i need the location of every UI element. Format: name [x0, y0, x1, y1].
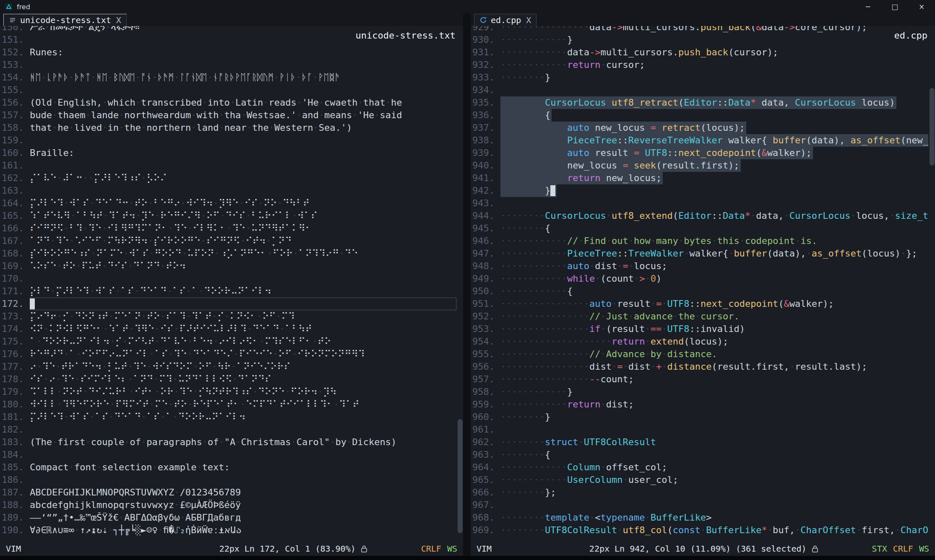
editor-line[interactable]: 942.········} — [471, 184, 935, 197]
editor-line[interactable]: 965.············UserColumn·user_col; — [471, 474, 935, 486]
editor-line[interactable]: 930.············} — [471, 34, 935, 46]
whitespace-dot: · — [556, 248, 561, 259]
editor-line[interactable]: 956.················dist·=·dist·+·distan… — [471, 360, 935, 373]
scrollbar-thumb[interactable] — [930, 88, 935, 166]
editor-line[interactable]: 164.⡍⠜⠇⠑⠹·⠺⠁⠎·⠙⠑⠁⠙⠒·⠞⠕·⠃⠑⠛⠔·⠺⠊⠹⠲·⡹⠻⠑·⠊⠎·… — [0, 197, 463, 210]
editor-line[interactable]: 957.················--count; — [471, 373, 935, 386]
editor-line[interactable]: 950.············{ — [471, 285, 935, 298]
editor-line[interactable]: 171.⡕⠇⠙·⡍⠜⠇⠑⠹·⠺⠁⠎·⠁⠎·⠙⠑⠁⠙·⠁⠎·⠁·⠙⠕⠕⠗⠤⠝⠁⠊⠇… — [0, 285, 463, 298]
editor-line[interactable]: 958.············} — [471, 386, 935, 398]
editor-line[interactable]: 955.················//·Advance·by·distan… — [471, 348, 935, 360]
editor-line[interactable]: 184. — [0, 449, 463, 461]
editor-line[interactable]: 153. — [0, 59, 463, 71]
editor-line[interactable]: 186. — [0, 474, 463, 486]
editor-line[interactable]: 969.········UTF8ColResult·utf8_col(const… — [471, 524, 935, 537]
tab-close-icon[interactable]: X — [116, 15, 121, 25]
editor-line[interactable]: 935.········CursorLocus·utf8_retract(Edi… — [471, 96, 935, 109]
editor-line[interactable]: 185.Compact·font·selection·example·text: — [0, 461, 463, 474]
editor-line[interactable]: 163. — [0, 184, 463, 197]
editor-line[interactable]: 967. — [471, 499, 935, 511]
editor-line[interactable]: 179.⠩⠁⠇⠇·⠝⠕⠞·⠙⠊⠌⠥⠗⠃·⠊⠞⠂·⠕⠗·⠹⠑·⡊⠳⠝⠞⠗⠹⠰⠎·⠙… — [0, 386, 463, 398]
editor-line[interactable]: 190.∀∂∈ℝ∧∪≡∞·↑↗↨↻⇣·┐┼╔╘░►☺♀·ﬁ�⑀₂ἠḂӥẄɐː⍎א… — [0, 524, 463, 537]
editor-line[interactable]: 962.········struct·UTF8ColResult — [471, 436, 935, 449]
editor-line[interactable]: 175.⠁·⠙⠕⠕⠗⠤⠝⠁⠊⠇⠲·⡊·⠍⠊⠣⠞·⠙⠁⠧⠑·⠃⠑⠲·⠔⠊⠇⠔⠫⠂·… — [0, 335, 463, 348]
editor-line[interactable]: 166.⠎⠊⠛⠝⠫·⠃⠹·⠹⠑·⠊⠇⠻⠛⠹⠍⠁⠝⠂·⠹⠑·⠊⠇⠻⠅⠂·⠹⠑·⠥⠝… — [0, 222, 463, 235]
editor-line[interactable]: 952.················//·Just·advance·the·… — [471, 310, 935, 323]
editor-line[interactable]: 180.⠺⠊⠇⠇·⠹⠻⠑⠋⠕⠗⠑·⠏⠻⠍⠊⠞·⠍⠑·⠞⠕·⠗⠑⠏⠑⠁⠞⠂·⠑⠍⠏… — [0, 398, 463, 411]
editor-line[interactable]: 188.abcdefghijklmnopqrstuvwxyz·£©µÀÆÖÞßé… — [0, 499, 463, 511]
editor-line[interactable]: 948.············auto·dist·=·locus; — [471, 260, 935, 272]
editor-line[interactable]: 168.⡎⠊⠗⠕⠕⠛⠑⠰⠎·⠝⠁⠍⠑·⠺⠁⠎·⠛⠕⠕⠙·⠥⠏⠕⠝·⠰⡡⠁⠝⠛⠑⠂… — [0, 247, 463, 260]
editor-line[interactable]: 960.········} — [471, 411, 935, 423]
line-content: ············auto·result·=·UTF8::next_cod… — [500, 147, 928, 159]
editor-line[interactable]: 152.Runes: — [0, 46, 463, 59]
editor-line[interactable]: 963.········{ — [471, 449, 935, 461]
editor-line[interactable]: 177.⠔·⠹⠑·⠞⠗⠁⠙⠑⠲·⡃⠥⠞·⠹⠑·⠺⠊⠎⠙⠕⠍·⠕⠋·⠳⠗·⠁⠝⠊⠑… — [0, 360, 463, 373]
line-number: 939. — [472, 147, 495, 159]
editor-line[interactable]: 929.················data->multi_cursors.… — [471, 26, 935, 34]
minimize-button[interactable]: ─ — [854, 0, 881, 13]
editor-line[interactable]: 944.········CursorLocus·utf8_extend(Edit… — [471, 210, 935, 222]
editor-line[interactable]: 181.⡍⠜⠇⠑⠹·⠺⠁⠎·⠁⠎·⠙⠑⠁⠙·⠁⠎·⠁·⠙⠕⠕⠗⠤⠝⠁⠊⠇⠲ — [0, 411, 463, 423]
editor-line[interactable]: 183.(The·first·couple·of·paragraphs·of·"… — [0, 436, 463, 449]
whitespace-dot: · — [259, 336, 265, 347]
editor-line[interactable]: 933.········} — [471, 71, 935, 84]
editor-line[interactable]: 954.····················return·extend(lo… — [471, 335, 935, 348]
editor-line[interactable]: 947.············PieceTree::TreeWalker·wa… — [471, 247, 935, 260]
editor-line[interactable]: 158.that·he·lived·in·the·northern·land·n… — [0, 122, 463, 134]
editor-line[interactable]: 182. — [0, 423, 463, 436]
editor-line[interactable]: 167.⠁⠝⠙·⠹⠑·⠡⠊⠑⠋·⠍⠳⠗⠝⠻⠲·⡎⠊⠗⠕⠕⠛⠑·⠎⠊⠛⠝⠫·⠊⠞⠲… — [0, 235, 463, 247]
editor-line[interactable]: 154.ᚻᛖ·ᚳᚹᚫᚦ·ᚦᚫᛏ·ᚻᛖ·ᛒᚢᛞᛖ·ᚩᚾ·ᚦᚫᛗ·ᛚᚪᚾᛞᛖ·ᚾᚩᚱ… — [0, 71, 463, 84]
editor-line[interactable]: 160.Braille: — [0, 147, 463, 159]
editor-line[interactable]: 174.⠪⠝·⠅⠝⠪⠇⠫⠛⠑⠂·⠱⠁⠞·⠹⠻⠑·⠊⠎·⠏⠜⠞⠊⠊⠥⠇⠜⠇⠹·⠙⠑… — [0, 323, 463, 335]
editor-line[interactable]: 931.············data->multi_cursors.push… — [471, 46, 935, 59]
editor-line[interactable]: 939.············auto·result·=·UTF8::next… — [471, 147, 935, 159]
tab-unicode-stress-txt[interactable]: unicode-stress.txt X — [3, 14, 127, 26]
line-number: 154. — [2, 71, 24, 84]
editor-line[interactable]: 169.⠡⠕⠎⠑·⠞⠕·⠏⠥⠞·⠙⠊⠎·⠙⠁⠝⠙·⠞⠕⠲ — [0, 260, 463, 272]
editor-line[interactable]: 938.············PieceTree::ReverseTreeWa… — [471, 134, 935, 147]
scrollbar-thumb[interactable] — [458, 419, 463, 533]
whitespace-dot: · — [550, 173, 556, 183]
editor-line[interactable]: 961. — [471, 423, 935, 436]
editor-line[interactable]: 161. — [0, 159, 463, 172]
editor-line[interactable]: 176.⠗⠑⠛⠜⠙·⠁·⠊⠕⠋⠋⠔⠤⠝⠁⠊⠇·⠁⠎·⠹⠑·⠙⠑⠁⠙⠑⠌·⠏⠊⠑⠊… — [0, 348, 463, 360]
editor-line[interactable]: 170. — [0, 272, 463, 285]
editor-line[interactable]: 156.(Old·English,·which·transcribed·into… — [0, 96, 463, 109]
editor-line[interactable]: 945.········{ — [471, 222, 935, 235]
editor-line[interactable]: 936.········{ — [471, 109, 935, 122]
editor-line[interactable]: 157.bude·thaem·lande·northweardum·with·t… — [0, 109, 463, 122]
editor-line[interactable]: 162.⡌⠁⠧⠑·⠼⠁⠒··⡍⠜⠇⠑⠹⠰⠎·⡣⠕⠌ — [0, 172, 463, 184]
editor-line[interactable]: 937.············auto·new_locus·=·retract… — [471, 122, 935, 134]
editor-line[interactable]: 940.············new_locus·=·seek(result.… — [471, 159, 935, 172]
editor-line[interactable]: 949.············while·(count·>·0) — [471, 272, 935, 285]
editor-line[interactable]: 165.⠱⠁⠞⠑⠧⠻·⠁⠃⠳⠞·⠹⠁⠞⠲·⡹⠑·⠗⠑⠛⠊⠌⠻·⠕⠋·⠙⠊⠎·⠃⠥… — [0, 210, 463, 222]
editor-line[interactable]: 968.········template·<typename·BufferLik… — [471, 511, 935, 524]
editor-line[interactable]: 951.················auto·result·=·UTF8::… — [471, 298, 935, 310]
editor-line[interactable]: 966.········}; — [471, 486, 935, 499]
pane-divider[interactable] — [463, 13, 471, 556]
editor-line[interactable]: 932.············return·cursor; — [471, 59, 935, 71]
editor-line[interactable]: 189.–—‘“”„†•…‰™œŠŸž€·ΑΒΓΔΩαβγδω·АБВГДабв… — [0, 511, 463, 524]
editor-line[interactable]: 173.⡍⠔⠙⠖·⡊·⠙⠕⠝⠰⠞·⠍⠑⠁⠝·⠞⠕·⠎⠁⠹·⠹⠁⠞·⡊·⠅⠝⠪⠂·… — [0, 310, 463, 323]
editor-line[interactable]: 964.············Column·offset_col; — [471, 461, 935, 474]
maximize-button[interactable]: □ — [881, 0, 908, 13]
editor-line[interactable]: 178.⠊⠎·⠔·⠹⠑·⠎⠊⠍⠊⠇⠑⠆·⠁⠝⠙·⠍⠹·⠥⠝⠙⠁⠇⠇⠪⠫·⠙⠁⠝⠙… — [0, 373, 463, 386]
editor-line[interactable]: 959.············return·dist; — [471, 398, 935, 411]
editor-ed-cpp[interactable]: 929.················data->multi_cursors.… — [471, 26, 935, 542]
close-button[interactable]: × — [908, 0, 935, 13]
editor-line[interactable]: 155. — [0, 84, 463, 96]
editor-line[interactable]: 943. — [471, 197, 935, 210]
editor-line[interactable]: 934. — [471, 84, 935, 96]
whitespace-dot: · — [319, 97, 324, 108]
editor-line[interactable]: 946.············//·Find·out·how·many·byt… — [471, 235, 935, 247]
editor-line[interactable]: 172. — [0, 298, 463, 310]
editor-line[interactable]: 941.············return·new_locus; — [471, 172, 935, 184]
editor-line[interactable]: 187.ABCDEFGHIJKLMNOPQRSTUVWXYZ·/01234567… — [0, 486, 463, 499]
tab-close-icon[interactable]: X — [526, 15, 531, 25]
editor-unicode-stress[interactable]: 150.ሥራ·ከመፍታት·ልጄን·ላፋታት።151.152.Runes:153.… — [0, 26, 463, 542]
whitespace-dot: · — [651, 361, 656, 372]
tab-ed-cpp[interactable]: ed.cpp X — [474, 14, 537, 26]
editor-line[interactable]: 953.················if·(result·==·UTF8::… — [471, 323, 935, 335]
editor-line[interactable]: 159. — [0, 134, 463, 147]
